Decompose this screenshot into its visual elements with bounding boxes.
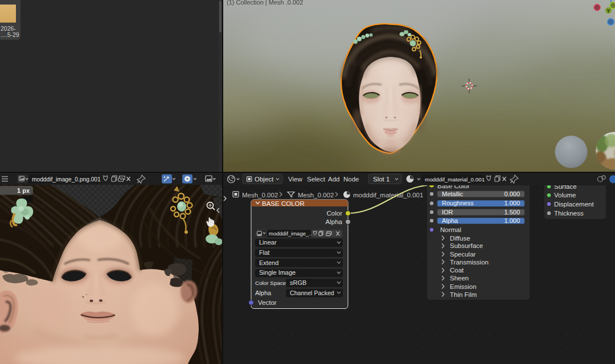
svg-text:Sheen: Sheen	[450, 275, 469, 282]
svg-text:Diffuse: Diffuse	[450, 235, 470, 242]
svg-text:1.000: 1.000	[504, 200, 520, 206]
svg-text:Emission: Emission	[450, 283, 477, 290]
svg-text:Vector: Vector	[258, 299, 277, 306]
svg-text:Base Color: Base Color	[437, 185, 470, 189]
svg-text:Object: Object	[255, 176, 274, 183]
svg-text:Add: Add	[328, 176, 339, 183]
svg-text:Volume: Volume	[554, 192, 576, 198]
svg-text:Normal: Normal	[440, 226, 461, 233]
svg-text:Single Image: Single Image	[259, 269, 296, 276]
svg-text:Coat: Coat	[450, 267, 464, 274]
svg-text:modddif_material_0.001: modddif_material_0.001	[425, 176, 485, 183]
svg-text:1.000: 1.000	[504, 217, 520, 224]
svg-text:View: View	[288, 176, 302, 183]
svg-text:Roughness: Roughness	[442, 200, 474, 206]
svg-text:Thin Film: Thin Film	[450, 291, 477, 298]
svg-text:(1) Collection | Mesh .0.002: (1) Collection | Mesh .0.002	[227, 0, 303, 6]
svg-text:Select: Select	[307, 176, 326, 183]
svg-text:Linear: Linear	[259, 239, 277, 246]
svg-text:Specular: Specular	[450, 251, 476, 258]
svg-text:Slot 1: Slot 1	[373, 176, 390, 183]
svg-text:Color: Color	[327, 210, 343, 217]
svg-text:Mesh_0.002: Mesh_0.002	[298, 192, 334, 198]
svg-text:Alpha: Alpha	[255, 289, 272, 296]
svg-text:Surface: Surface	[554, 185, 577, 190]
svg-text:Flat: Flat	[259, 249, 269, 256]
svg-text:Channel Packed: Channel Packed	[290, 289, 334, 296]
svg-text:Y: Y	[606, 8, 610, 14]
svg-text:1.500: 1.500	[504, 209, 520, 216]
svg-text:0.000: 0.000	[504, 191, 520, 197]
svg-text:Alpha: Alpha	[442, 217, 458, 224]
svg-text:Node: Node	[343, 176, 359, 183]
svg-text:sRGB: sRGB	[290, 279, 306, 286]
svg-text:IOR: IOR	[442, 209, 453, 216]
svg-text:Mesh_0.002: Mesh_0.002	[242, 192, 278, 198]
svg-text:Extend: Extend	[259, 259, 278, 266]
svg-text:Thickness: Thickness	[554, 210, 584, 217]
svg-text:modddif_material_0.001: modddif_material_0.001	[353, 192, 423, 198]
svg-text:modddif_image_0.png.001: modddif_image_0.png.001	[32, 176, 101, 183]
svg-text:Displacement: Displacement	[554, 201, 594, 208]
svg-text:modddif_image_...: modddif_image_...	[269, 230, 313, 237]
svg-text:Subsurface: Subsurface	[450, 242, 483, 249]
svg-text:BASE COLOR: BASE COLOR	[262, 200, 305, 207]
svg-text:1 px: 1 px	[17, 187, 30, 194]
svg-text:Color Space: Color Space	[255, 280, 286, 286]
svg-text:Alpha: Alpha	[326, 218, 343, 225]
svg-text:Transmission: Transmission	[450, 259, 489, 266]
svg-text:Metallic: Metallic	[442, 191, 464, 197]
